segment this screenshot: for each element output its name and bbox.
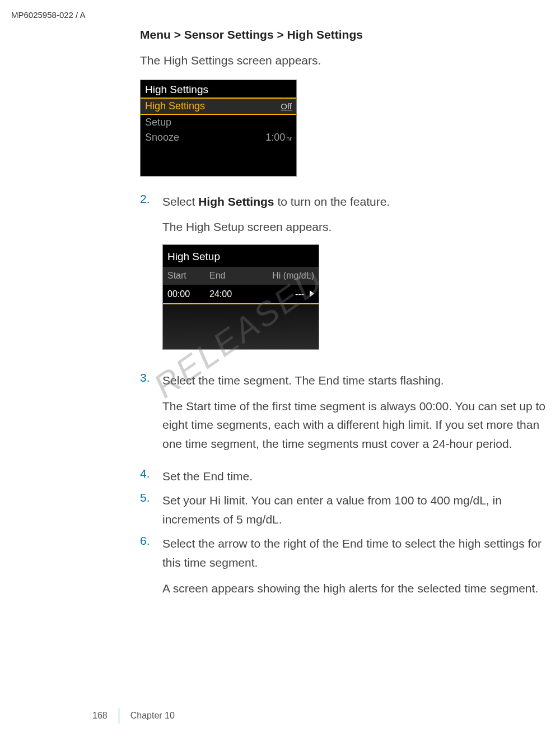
table-header: Start End Hi (mg/dL) xyxy=(163,267,319,285)
page-content: Menu > Sensor Settings > High Settings T… xyxy=(140,28,554,611)
step-number: 3. xyxy=(140,371,162,461)
col-start: Start xyxy=(167,268,209,283)
col-end: End xyxy=(209,268,257,283)
step-5: 5. Set your Hi limit. You can enter a va… xyxy=(140,491,554,529)
step-3: 3. Select the time segment. The End time… xyxy=(140,371,554,461)
page-footer: 168 Chapter 10 xyxy=(92,708,175,724)
cell-end: 24:00 xyxy=(209,287,257,302)
step-4: 4. Set the End time. xyxy=(140,467,554,486)
step-number: 5. xyxy=(140,491,162,529)
arrow-right-icon xyxy=(310,290,314,297)
chapter-label: Chapter 10 xyxy=(130,711,175,721)
col-hi: Hi (mg/dL) xyxy=(257,268,314,283)
step-sub-text: The High Setup screen appears. xyxy=(162,217,554,237)
menu-label: Setup xyxy=(145,117,171,128)
intro-text: The High Settings screen appears. xyxy=(140,52,554,69)
step-6: 6. Select the arrow to the right of the … xyxy=(140,534,554,605)
step-number: 6. xyxy=(140,534,162,605)
menu-item-setup: Setup xyxy=(141,115,296,130)
step-body: Set the End time. xyxy=(162,467,554,486)
step-number: 4. xyxy=(140,467,162,486)
cell-start: 00:00 xyxy=(167,287,209,302)
table-row: 00:00 24:00 --- xyxy=(163,285,319,304)
page-number: 168 xyxy=(92,711,108,721)
menu-label: Snooze xyxy=(145,132,179,143)
footer-divider xyxy=(119,708,119,724)
breadcrumb: Menu > Sensor Settings > High Settings xyxy=(140,28,554,41)
screen-title: High Setup xyxy=(163,245,319,267)
device-screenshot-high-setup: High Setup Start End Hi (mg/dL) 00:00 24… xyxy=(162,244,319,350)
step-number: 2. xyxy=(140,192,162,366)
document-id: MP6025958-022 / A xyxy=(11,10,86,20)
menu-item-snooze: Snooze 1:00hr xyxy=(141,130,296,145)
step-body: Select High Settings to turn on the feat… xyxy=(162,192,554,366)
step-body: Select the arrow to the right of the End… xyxy=(162,534,554,605)
menu-value: Off xyxy=(281,101,292,111)
cell-hi: --- xyxy=(295,287,304,302)
menu-label: High Settings xyxy=(145,100,205,112)
step-2: 2. Select High Settings to turn on the f… xyxy=(140,192,554,366)
step-body: Set your Hi limit. You can enter a value… xyxy=(162,491,554,529)
device-screenshot-high-settings: High Settings High Settings Off Setup Sn… xyxy=(140,80,297,177)
menu-item-high-settings: High Settings Off xyxy=(141,99,296,114)
menu-value: 1:00hr xyxy=(265,132,292,143)
screen-title: High Settings xyxy=(141,80,296,98)
step-body: Select the time segment. The End time st… xyxy=(162,371,554,461)
